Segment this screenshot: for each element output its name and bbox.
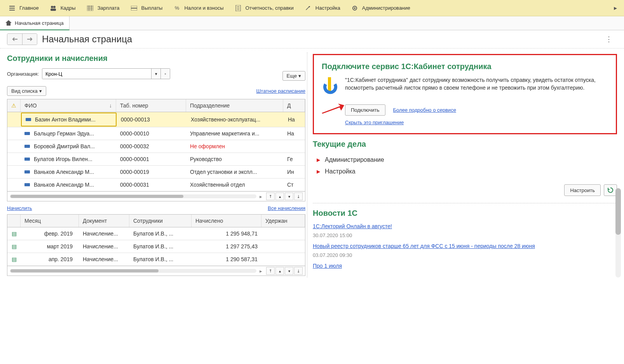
goto-down-icon[interactable]: ▾ — [285, 267, 293, 275]
col-warning[interactable]: ⚠ — [7, 99, 21, 112]
col-emp[interactable]: Сотрудники — [129, 215, 192, 227]
accruals-table: Месяц Документ Сотрудники Начислено Удер… — [7, 214, 305, 276]
goto-first-icon[interactable]: ⤒ — [266, 267, 275, 275]
table-row[interactable]: Ваньков Александр М...0000-00031Хозяйств… — [7, 179, 305, 191]
wallet-icon — [131, 5, 138, 12]
nav-vyplaty[interactable]: Выплаты — [125, 0, 168, 16]
col-dept[interactable]: Подразделение — [186, 99, 283, 112]
task-item[interactable]: ▶Администрирование — [313, 154, 617, 166]
back-button[interactable] — [7, 34, 22, 45]
document-icon — [235, 5, 242, 12]
table-footer: ▸ ⤒ ▴ ▾ ⤓ — [7, 266, 305, 276]
news-link[interactable]: Новый реестр сотрудников старше 65 лет д… — [313, 243, 535, 249]
open-icon[interactable]: ▫ — [160, 69, 170, 79]
table-row[interactable]: Ваньков Александр М...0000-00019Отдел ус… — [7, 166, 305, 179]
table-row[interactable]: ▤март 2019Начисление...Булатов И.В., ...… — [7, 240, 305, 253]
goto-up-icon[interactable]: ▴ — [275, 267, 284, 275]
table-row[interactable]: ▤апр. 2019Начисление...Булатов И.В., ...… — [7, 253, 305, 266]
hscrollbar[interactable] — [10, 194, 256, 198]
nav-label: Отчетность, справки — [246, 5, 294, 11]
col-extra[interactable]: Д — [283, 99, 305, 112]
news-date: 30.07.2020 15:00 — [313, 232, 617, 238]
gear-icon — [351, 5, 358, 12]
page-title: Начальная страница — [42, 34, 132, 45]
caret-right-icon: ▶ — [317, 169, 320, 174]
view-type-button[interactable]: Вид списка ▾ — [7, 86, 46, 96]
org-select[interactable]: ▾ ▫ — [42, 68, 170, 79]
goto-last-icon[interactable]: ⤓ — [294, 192, 303, 200]
people-icon — [50, 5, 57, 12]
goto-down-icon[interactable]: ▾ — [285, 192, 293, 200]
content: Сотрудники и начисления Организация: ▾ ▫… — [0, 49, 624, 281]
scroll-right-icon[interactable]: ▸ — [260, 268, 262, 274]
tabbar: Начальная страница — [0, 16, 624, 30]
org-input[interactable] — [42, 69, 151, 79]
svg-point-18 — [354, 7, 356, 9]
more-about-link[interactable]: Более подробно о сервисе — [393, 107, 456, 113]
left-column: Сотрудники и начисления Организация: ▾ ▫… — [0, 49, 307, 281]
table-row[interactable]: Боровой Дмитрий Вал...0000-00032Не оформ… — [7, 140, 305, 153]
record-icon — [24, 132, 30, 135]
table-row[interactable]: Булатов Игорь Вилен...0000-00001Руководс… — [7, 153, 305, 166]
staff-schedule-link[interactable]: Штатное расписание — [256, 88, 305, 94]
news-date: 03.07.2020 09:30 — [313, 252, 617, 258]
col-hold[interactable]: Удержан — [261, 215, 305, 227]
table-row[interactable]: ▤февр. 2019Начисление...Булатов И.В., ..… — [7, 227, 305, 240]
record-icon — [24, 170, 30, 173]
goto-last-icon[interactable]: ⤓ — [294, 267, 303, 275]
nav-history — [7, 33, 37, 45]
task-item[interactable]: ▶Настройка — [313, 166, 617, 177]
doc-ok-icon: ▤ — [12, 256, 17, 262]
table-body: ▤февр. 2019Начисление...Булатов И.В., ..… — [7, 227, 305, 266]
dropdown-icon[interactable]: ▾ — [151, 69, 160, 79]
settings-button[interactable]: Настроить — [564, 184, 601, 196]
refresh-icon — [607, 187, 614, 193]
connect-button[interactable]: Подключить — [345, 104, 385, 116]
nav-kadry[interactable]: Кадры — [44, 0, 81, 16]
doc-ok-icon: ▤ — [12, 243, 17, 250]
nav-label: Выплаты — [141, 5, 163, 11]
col-fio[interactable]: ФИО↓ — [21, 99, 116, 112]
news-link[interactable]: Про 1 июля — [313, 263, 342, 269]
nav-zarplata[interactable]: Зарплата — [81, 0, 125, 16]
news-link[interactable]: 1С:Лекторий Онлайн в августе! — [313, 223, 392, 229]
accrue-link[interactable]: Начислить — [7, 205, 32, 211]
all-accruals-link[interactable]: Все начисления — [268, 205, 305, 211]
topbar-more[interactable]: ▸ — [610, 4, 621, 12]
record-icon — [26, 118, 31, 121]
refresh-button[interactable] — [604, 184, 617, 196]
nav-admin[interactable]: Администрирование — [346, 0, 416, 16]
more-button[interactable]: Еще ▾ — [282, 71, 305, 81]
home-icon — [5, 20, 12, 26]
employees-table: ⚠ ФИО↓ Таб. номер Подразделение Д Базин … — [7, 99, 305, 201]
goto-up-icon[interactable]: ▴ — [275, 192, 284, 200]
page-header: Начальная страница ⋮ — [0, 30, 624, 49]
tab-label: Начальная страница — [15, 20, 64, 26]
record-icon — [24, 183, 30, 186]
col-acc[interactable]: Начислено — [192, 215, 261, 227]
col-doc[interactable]: Документ — [79, 215, 129, 227]
forward-button[interactable] — [22, 34, 37, 45]
nav-nastroyka[interactable]: Настройка — [299, 0, 346, 16]
nav-main[interactable]: Главное — [3, 0, 44, 16]
page-menu[interactable]: ⋮ — [601, 33, 617, 45]
table-row[interactable]: Бальцер Герман Эдуа...0000-00010Управлен… — [7, 127, 305, 140]
svg-rect-6 — [87, 5, 93, 11]
col-icon — [7, 215, 21, 227]
vscrollbar[interactable] — [615, 188, 621, 277]
hscrollbar[interactable] — [10, 269, 256, 273]
svg-point-4 — [53, 6, 56, 8]
nav-nalogi[interactable]: % Налоги и взносы — [168, 0, 229, 16]
goto-first-icon[interactable]: ⤒ — [266, 192, 275, 200]
table-row[interactable]: Базин Антон Владими...0000-00013Хозяйств… — [7, 112, 305, 127]
col-tabnum[interactable]: Таб. номер — [116, 99, 186, 112]
wrench-icon — [305, 5, 312, 12]
nav-otchetnost[interactable]: Отчетность, справки — [229, 0, 299, 16]
tab-home[interactable]: Начальная страница — [0, 16, 70, 30]
scroll-right-icon[interactable]: ▸ — [260, 194, 262, 199]
service-logo-icon — [322, 76, 338, 98]
nav-label: Зарплата — [98, 5, 120, 11]
col-month[interactable]: Месяц — [21, 215, 79, 227]
right-column: Подключите сервис 1С:Кабинет сотрудника … — [307, 49, 624, 281]
hide-invite-link[interactable]: Скрыть это приглашение — [345, 120, 404, 125]
